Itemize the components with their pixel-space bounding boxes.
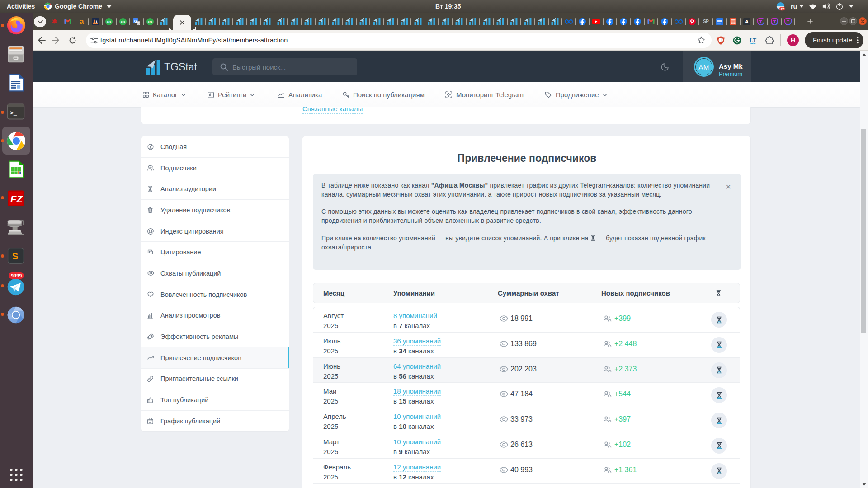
svg-text:</>: </> <box>120 20 125 24</box>
svg-text:文: 文 <box>137 21 140 25</box>
svg-text:-77: -77 <box>780 7 784 10</box>
svg-text:LT: LT <box>750 37 756 43</box>
svg-text:</>: </> <box>107 20 112 24</box>
svg-text:FZ: FZ <box>10 193 23 205</box>
svg-text:</>: </> <box>148 20 153 24</box>
svg-text:S: S <box>12 251 18 261</box>
svg-text:A: A <box>745 19 749 24</box>
svg-text:>_: >_ <box>10 110 17 117</box>
